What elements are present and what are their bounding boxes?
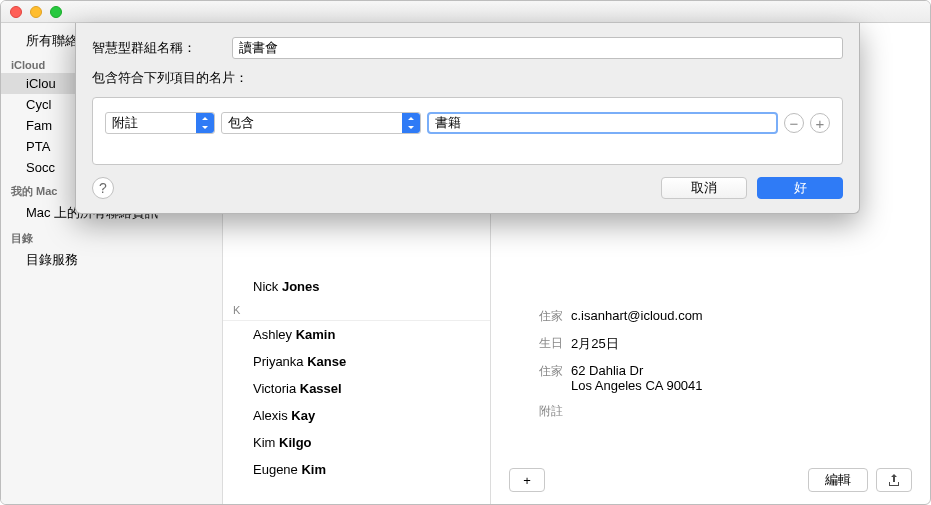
minimize-icon[interactable] bbox=[30, 6, 42, 18]
list-item[interactable]: Eugene Kim bbox=[223, 456, 490, 483]
rule-box: 附註 包含 − + bbox=[92, 97, 843, 165]
rule-value-input[interactable] bbox=[427, 112, 778, 134]
help-button[interactable]: ? bbox=[92, 177, 114, 199]
birthday-label: 生日 bbox=[509, 335, 571, 353]
note-label: 附註 bbox=[509, 403, 571, 420]
list-item[interactable]: Kim Kilgo bbox=[223, 429, 490, 456]
list-item[interactable]: Alexis Kay bbox=[223, 402, 490, 429]
add-rule-button[interactable]: + bbox=[810, 113, 830, 133]
share-button[interactable] bbox=[876, 468, 912, 492]
close-icon[interactable] bbox=[10, 6, 22, 18]
address-line: 62 Dahlia Dr bbox=[571, 363, 912, 378]
cancel-button[interactable]: 取消 bbox=[661, 177, 747, 199]
remove-rule-button[interactable]: − bbox=[784, 113, 804, 133]
section-letter: K bbox=[223, 300, 490, 321]
ok-button[interactable]: 好 bbox=[757, 177, 843, 199]
email-value: c.isanhart@icloud.com bbox=[571, 308, 912, 325]
add-button[interactable]: + bbox=[509, 468, 545, 492]
address-label: 住家 bbox=[509, 363, 571, 393]
window-titlebar bbox=[1, 1, 930, 23]
list-item[interactable]: Priyanka Kanse bbox=[223, 348, 490, 375]
rule-field-select[interactable]: 附註 bbox=[105, 112, 215, 134]
email-label: 住家 bbox=[509, 308, 571, 325]
list-item[interactable]: Victoria Kassel bbox=[223, 375, 490, 402]
zoom-icon[interactable] bbox=[50, 6, 62, 18]
list-item[interactable]: Nick Jones bbox=[223, 273, 490, 300]
birthday-value: 2月25日 bbox=[571, 335, 912, 353]
group-name-label: 智慧型群組名稱： bbox=[92, 39, 232, 57]
chevron-updown-icon bbox=[402, 113, 420, 133]
smart-group-dialog: 智慧型群組名稱： 包含符合下列項目的名片： 附註 包含 − bbox=[75, 23, 860, 214]
condition-label: 包含符合下列項目的名片： bbox=[92, 69, 248, 87]
rule-op-select[interactable]: 包含 bbox=[221, 112, 421, 134]
list-item[interactable]: Ashley Kamin bbox=[223, 321, 490, 348]
address-line: Los Angeles CA 90041 bbox=[571, 378, 912, 393]
share-icon bbox=[887, 473, 901, 487]
group-name-input[interactable] bbox=[232, 37, 843, 59]
chevron-updown-icon bbox=[196, 113, 214, 133]
sidebar-section-directory: 目錄 bbox=[1, 225, 222, 248]
sidebar-item-directory[interactable]: 目錄服務 bbox=[1, 248, 222, 272]
edit-button[interactable]: 編輯 bbox=[808, 468, 868, 492]
